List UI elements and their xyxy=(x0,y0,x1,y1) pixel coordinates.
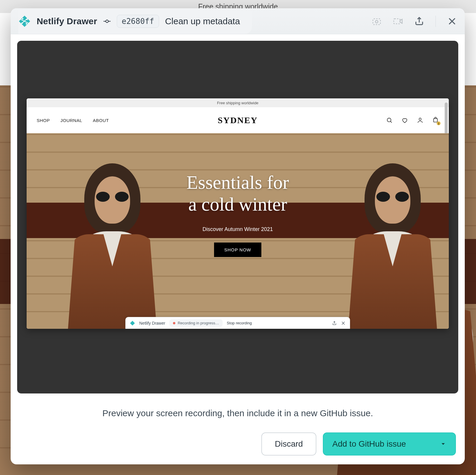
chevron-down-icon xyxy=(440,441,446,447)
discard-button[interactable]: Discard xyxy=(261,432,316,456)
add-to-github-issue-button[interactable]: Add to GitHub issue xyxy=(323,432,456,456)
git-commit-icon xyxy=(103,17,111,25)
ss-hero-headline-1: Essentials for xyxy=(187,172,289,193)
svg-point-3 xyxy=(22,18,23,19)
svg-point-5 xyxy=(21,22,23,24)
user-icon xyxy=(417,117,423,123)
ss-nav-about: ABOUT xyxy=(93,118,109,123)
ss-hero-subhead: Discover Autumn Winter 2021 xyxy=(203,226,273,232)
divider xyxy=(435,16,436,27)
search-icon xyxy=(386,117,393,123)
ss-recording-pill: Recording in progress… xyxy=(169,319,223,327)
ss-stop-recording: Stop recording xyxy=(227,321,252,325)
preview-frame: Free shipping worldwide SHOP JOURNAL ABO… xyxy=(17,41,458,393)
netlify-drawer-dialog: Netlify Drawer e2680ff Clean up metadata xyxy=(11,8,465,464)
recorded-screenshot: Free shipping worldwide SHOP JOURNAL ABO… xyxy=(27,98,449,329)
svg-rect-10 xyxy=(373,19,381,25)
heart-icon xyxy=(401,117,408,123)
bag-icon: 1 xyxy=(432,116,439,124)
ss-shop-now-button: SHOP NOW xyxy=(214,243,261,257)
share-icon[interactable] xyxy=(414,16,424,26)
close-icon[interactable] xyxy=(447,16,457,26)
netlify-logo-icon xyxy=(18,15,31,27)
instruction-text: Preview your screen recording, then incl… xyxy=(20,408,456,418)
record-icon xyxy=(393,16,403,26)
ss-shipping-banner: Free shipping worldwide xyxy=(27,98,449,107)
ss-nav: SHOP JOURNAL ABOUT SYDNEY 1 xyxy=(27,107,449,133)
svg-point-7 xyxy=(106,20,108,22)
netlify-logo-icon xyxy=(130,321,135,326)
ss-mini-drawer: Netlify Drawer Recording in progress… St… xyxy=(125,317,350,329)
bag-badge: 1 xyxy=(437,121,441,125)
commit-hash[interactable]: e2680ff xyxy=(117,15,159,28)
close-icon xyxy=(341,321,346,326)
dialog-header: Netlify Drawer e2680ff Clean up metadata xyxy=(11,8,465,34)
dialog-footer: Preview your screen recording, then incl… xyxy=(11,400,465,464)
svg-marker-20 xyxy=(130,321,135,325)
share-icon xyxy=(332,321,337,326)
svg-point-18 xyxy=(419,118,421,120)
commit-message: Clean up metadata xyxy=(165,16,240,26)
app-title: Netlify Drawer xyxy=(37,16,97,26)
screenshot-icon xyxy=(372,16,382,26)
ss-nav-shop: SHOP xyxy=(37,118,50,123)
svg-line-17 xyxy=(391,121,392,123)
ss-nav-journal: JOURNAL xyxy=(61,118,82,123)
svg-rect-19 xyxy=(434,118,438,122)
ss-hero: Essentials for a cold winter Discover Au… xyxy=(27,133,449,329)
add-button-label: Add to GitHub issue xyxy=(332,439,406,449)
ss-mini-title: Netlify Drawer xyxy=(139,321,165,326)
svg-rect-12 xyxy=(394,19,400,24)
ss-hero-headline-2: a cold winter xyxy=(188,194,287,215)
svg-point-16 xyxy=(387,118,391,122)
svg-point-11 xyxy=(375,20,378,23)
svg-point-4 xyxy=(26,19,28,20)
svg-point-6 xyxy=(26,23,27,24)
ss-brand: SYDNEY xyxy=(218,115,258,125)
preview-area: Free shipping worldwide SHOP JOURNAL ABO… xyxy=(11,34,465,400)
